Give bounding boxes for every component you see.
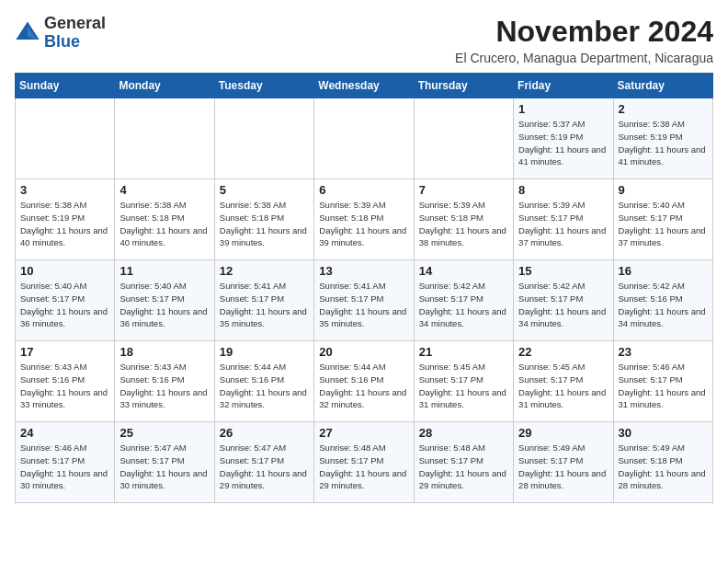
day-cell-6: 6Sunrise: 5:39 AMSunset: 5:18 PMDaylight… bbox=[314, 179, 414, 260]
day-number: 28 bbox=[419, 426, 508, 440]
day-info: Sunrise: 5:43 AMSunset: 5:16 PMDaylight:… bbox=[20, 361, 109, 411]
day-info: Sunrise: 5:42 AMSunset: 5:17 PMDaylight:… bbox=[419, 280, 508, 330]
day-number: 18 bbox=[119, 345, 209, 359]
day-cell-16: 16Sunrise: 5:42 AMSunset: 5:16 PMDayligh… bbox=[613, 260, 712, 341]
day-cell-25: 25Sunrise: 5:47 AMSunset: 5:17 PMDayligh… bbox=[115, 422, 214, 503]
week-row-0: 1Sunrise: 5:37 AMSunset: 5:19 PMDaylight… bbox=[16, 98, 713, 179]
day-info: Sunrise: 5:39 AMSunset: 5:18 PMDaylight:… bbox=[419, 199, 508, 249]
day-info: Sunrise: 5:44 AMSunset: 5:16 PMDaylight:… bbox=[319, 361, 408, 411]
day-cell-14: 14Sunrise: 5:42 AMSunset: 5:17 PMDayligh… bbox=[414, 260, 513, 341]
day-number: 13 bbox=[319, 264, 408, 278]
day-cell-20: 20Sunrise: 5:44 AMSunset: 5:16 PMDayligh… bbox=[314, 341, 414, 422]
day-info: Sunrise: 5:47 AMSunset: 5:17 PMDaylight:… bbox=[119, 442, 209, 492]
day-info: Sunrise: 5:39 AMSunset: 5:18 PMDaylight:… bbox=[319, 199, 408, 249]
day-cell-29: 29Sunrise: 5:49 AMSunset: 5:17 PMDayligh… bbox=[514, 422, 613, 503]
day-cell-19: 19Sunrise: 5:44 AMSunset: 5:16 PMDayligh… bbox=[214, 341, 313, 422]
day-number: 6 bbox=[319, 183, 408, 197]
day-cell-10: 10Sunrise: 5:40 AMSunset: 5:17 PMDayligh… bbox=[16, 260, 115, 341]
day-number: 23 bbox=[619, 345, 708, 359]
day-info: Sunrise: 5:48 AMSunset: 5:17 PMDaylight:… bbox=[319, 442, 408, 492]
day-cell-7: 7Sunrise: 5:39 AMSunset: 5:18 PMDaylight… bbox=[414, 179, 513, 260]
day-info: Sunrise: 5:45 AMSunset: 5:17 PMDaylight:… bbox=[518, 361, 608, 411]
day-info: Sunrise: 5:45 AMSunset: 5:17 PMDaylight:… bbox=[419, 361, 508, 411]
day-info: Sunrise: 5:42 AMSunset: 5:17 PMDaylight:… bbox=[518, 280, 608, 330]
header-day-saturday: Saturday bbox=[613, 74, 712, 98]
day-info: Sunrise: 5:37 AMSunset: 5:19 PMDaylight:… bbox=[518, 118, 608, 168]
day-cell-3: 3Sunrise: 5:38 AMSunset: 5:19 PMDaylight… bbox=[16, 179, 115, 260]
day-cell-1: 1Sunrise: 5:37 AMSunset: 5:19 PMDaylight… bbox=[514, 98, 613, 179]
day-number: 29 bbox=[518, 426, 608, 440]
day-number: 26 bbox=[220, 426, 309, 440]
day-cell-5: 5Sunrise: 5:38 AMSunset: 5:18 PMDaylight… bbox=[214, 179, 313, 260]
calendar-table: SundayMondayTuesdayWednesdayThursdayFrid… bbox=[15, 73, 713, 503]
empty-cell bbox=[214, 98, 313, 179]
week-row-1: 3Sunrise: 5:38 AMSunset: 5:19 PMDaylight… bbox=[16, 179, 713, 260]
day-info: Sunrise: 5:40 AMSunset: 5:17 PMDaylight:… bbox=[619, 199, 708, 249]
day-info: Sunrise: 5:44 AMSunset: 5:16 PMDaylight:… bbox=[220, 361, 309, 411]
week-row-2: 10Sunrise: 5:40 AMSunset: 5:17 PMDayligh… bbox=[16, 260, 713, 341]
day-number: 19 bbox=[220, 345, 309, 359]
day-number: 30 bbox=[619, 426, 708, 440]
day-number: 9 bbox=[619, 183, 708, 197]
header-row: SundayMondayTuesdayWednesdayThursdayFrid… bbox=[16, 74, 713, 98]
day-cell-26: 26Sunrise: 5:47 AMSunset: 5:17 PMDayligh… bbox=[214, 422, 313, 503]
logo-text: General Blue bbox=[44, 15, 106, 52]
empty-cell bbox=[16, 98, 115, 179]
location: El Crucero, Managua Department, Nicaragu… bbox=[455, 51, 713, 65]
calendar-header: SundayMondayTuesdayWednesdayThursdayFrid… bbox=[16, 74, 713, 98]
day-number: 17 bbox=[20, 345, 109, 359]
page-header: General Blue November 2024 El Crucero, M… bbox=[15, 15, 713, 65]
header-day-monday: Monday bbox=[115, 74, 214, 98]
day-cell-2: 2Sunrise: 5:38 AMSunset: 5:19 PMDaylight… bbox=[613, 98, 712, 179]
day-number: 2 bbox=[619, 102, 708, 116]
day-number: 16 bbox=[619, 264, 708, 278]
day-cell-8: 8Sunrise: 5:39 AMSunset: 5:17 PMDaylight… bbox=[514, 179, 613, 260]
day-cell-27: 27Sunrise: 5:48 AMSunset: 5:17 PMDayligh… bbox=[314, 422, 414, 503]
logo-blue: Blue bbox=[44, 32, 80, 51]
logo-general: General bbox=[44, 14, 106, 32]
week-row-3: 17Sunrise: 5:43 AMSunset: 5:16 PMDayligh… bbox=[16, 341, 713, 422]
empty-cell bbox=[414, 98, 513, 179]
day-info: Sunrise: 5:40 AMSunset: 5:17 PMDaylight:… bbox=[20, 280, 109, 330]
day-info: Sunrise: 5:38 AMSunset: 5:18 PMDaylight:… bbox=[220, 199, 309, 249]
day-cell-18: 18Sunrise: 5:43 AMSunset: 5:16 PMDayligh… bbox=[115, 341, 214, 422]
day-info: Sunrise: 5:39 AMSunset: 5:17 PMDaylight:… bbox=[518, 199, 608, 249]
day-cell-15: 15Sunrise: 5:42 AMSunset: 5:17 PMDayligh… bbox=[514, 260, 613, 341]
day-info: Sunrise: 5:46 AMSunset: 5:17 PMDaylight:… bbox=[20, 442, 109, 492]
day-number: 22 bbox=[518, 345, 608, 359]
day-cell-12: 12Sunrise: 5:41 AMSunset: 5:17 PMDayligh… bbox=[214, 260, 313, 341]
day-info: Sunrise: 5:38 AMSunset: 5:19 PMDaylight:… bbox=[619, 118, 708, 168]
day-cell-4: 4Sunrise: 5:38 AMSunset: 5:18 PMDaylight… bbox=[115, 179, 214, 260]
day-info: Sunrise: 5:46 AMSunset: 5:17 PMDaylight:… bbox=[619, 361, 708, 411]
day-info: Sunrise: 5:49 AMSunset: 5:18 PMDaylight:… bbox=[619, 442, 708, 492]
day-info: Sunrise: 5:47 AMSunset: 5:17 PMDaylight:… bbox=[220, 442, 309, 492]
day-number: 11 bbox=[119, 264, 209, 278]
day-info: Sunrise: 5:49 AMSunset: 5:17 PMDaylight:… bbox=[518, 442, 608, 492]
day-number: 25 bbox=[119, 426, 209, 440]
day-cell-24: 24Sunrise: 5:46 AMSunset: 5:17 PMDayligh… bbox=[16, 422, 115, 503]
week-row-4: 24Sunrise: 5:46 AMSunset: 5:17 PMDayligh… bbox=[16, 422, 713, 503]
day-info: Sunrise: 5:42 AMSunset: 5:16 PMDaylight:… bbox=[619, 280, 708, 330]
day-info: Sunrise: 5:40 AMSunset: 5:17 PMDaylight:… bbox=[119, 280, 209, 330]
title-block: November 2024 El Crucero, Managua Depart… bbox=[455, 15, 713, 65]
day-number: 8 bbox=[518, 183, 608, 197]
day-number: 3 bbox=[20, 183, 109, 197]
day-number: 20 bbox=[319, 345, 408, 359]
day-number: 24 bbox=[20, 426, 109, 440]
day-cell-23: 23Sunrise: 5:46 AMSunset: 5:17 PMDayligh… bbox=[613, 341, 712, 422]
month-title: November 2024 bbox=[455, 15, 713, 49]
day-info: Sunrise: 5:41 AMSunset: 5:17 PMDaylight:… bbox=[220, 280, 309, 330]
calendar-body: 1Sunrise: 5:37 AMSunset: 5:19 PMDaylight… bbox=[16, 98, 713, 503]
day-cell-17: 17Sunrise: 5:43 AMSunset: 5:16 PMDayligh… bbox=[16, 341, 115, 422]
day-cell-21: 21Sunrise: 5:45 AMSunset: 5:17 PMDayligh… bbox=[414, 341, 513, 422]
day-number: 14 bbox=[419, 264, 508, 278]
day-number: 10 bbox=[20, 264, 109, 278]
empty-cell bbox=[314, 98, 414, 179]
logo: General Blue bbox=[15, 15, 106, 52]
day-number: 12 bbox=[220, 264, 309, 278]
header-day-thursday: Thursday bbox=[414, 74, 513, 98]
day-number: 21 bbox=[419, 345, 508, 359]
logo-icon bbox=[15, 20, 40, 46]
day-cell-13: 13Sunrise: 5:41 AMSunset: 5:17 PMDayligh… bbox=[314, 260, 414, 341]
day-cell-9: 9Sunrise: 5:40 AMSunset: 5:17 PMDaylight… bbox=[613, 179, 712, 260]
